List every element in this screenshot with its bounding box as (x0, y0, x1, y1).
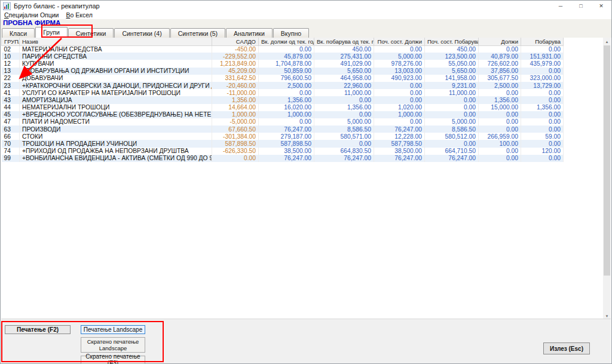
cell-saldo: 587,898.50 (212, 140, 259, 147)
minimize-button[interactable]: ─ (550, 1, 571, 11)
cell-value: 0.00 (521, 68, 564, 75)
table-body: 02МАТЕРИЈАЛНИ СРЕДСТВА-450.000.00450.000… (2, 45, 564, 162)
table-row[interactable]: 02МАТЕРИЈАЛНИ СРЕДСТВА-450.000.00450.000… (2, 45, 564, 53)
cell-value: 0.00 (314, 96, 374, 103)
vertical-scrollbar[interactable]: ▲ ▼ (603, 38, 611, 320)
menu-to-excel[interactable]: Во Ексел (62, 11, 96, 19)
cell-value: 45,879.00 (259, 53, 314, 60)
print-f2-button[interactable]: Печатење (F2) (5, 325, 71, 334)
column-header-name[interactable]: Назив (20, 38, 212, 45)
cell-group: 41 (2, 89, 20, 96)
column-header-total-credit[interactable]: Вк. побарува од тек. год. (314, 38, 374, 45)
table-row[interactable]: 22ДОБАВУВАЧИ331,642.50796,600.50464,958.… (2, 75, 564, 82)
cell-name: УСЛУГИ СО КАРАКТЕР НА МАТЕРИЈАЛНИ ТРОШОЦ… (20, 89, 212, 96)
short-print-landscape-button[interactable]: Скратено печатење Landscape (81, 337, 145, 353)
cell-group: 13 (2, 68, 20, 75)
cell-saldo: 14,664.00 (212, 104, 259, 111)
column-header-initial-credit[interactable]: Поч. сост. Побарува (425, 38, 479, 45)
table-row[interactable]: 45+ВРЕДНОСНО УСОГЛАСУВАЊЕ (ОБЕЗВРЕДНУВАЊ… (2, 111, 564, 118)
cell-saldo: 67,660.50 (212, 126, 259, 133)
cell-value: 0.00 (479, 126, 521, 133)
app-icon (3, 2, 11, 10)
cell-value: 978,276.00 (374, 60, 425, 67)
cell-value: 464,958.00 (314, 75, 374, 82)
tab-sintetiki-5[interactable]: Синтетики (5) (170, 28, 225, 38)
cell-value: 0.00 (479, 148, 521, 155)
cell-value: 151,931.00 (521, 53, 564, 60)
cell-group: 66 (2, 133, 20, 140)
cell-value: 1,356.00 (259, 96, 314, 103)
table-row[interactable]: 74+ПРИХОДИ ОД ПРОДАЖБА НА НЕПОВРЗАНИ ДРУ… (2, 148, 564, 155)
cell-value: 0.00 (425, 140, 479, 147)
window-controls: ─ □ ✕ (550, 1, 611, 11)
cell-value: 0.00 (425, 96, 479, 103)
cell-saldo: -301,384.00 (212, 133, 259, 140)
tab-analitiki[interactable]: Аналитики (226, 28, 273, 38)
table-row[interactable]: 10ПАРИЧНИ СРЕДСТВА-229,552.0045,879.0027… (2, 53, 564, 60)
print-landscape-button[interactable]: Печатење Landscape (81, 325, 145, 334)
column-header-total-debit[interactable]: Вк. должи од тек. год. (259, 38, 314, 45)
cell-value: 38,500.00 (259, 148, 314, 155)
maximize-button[interactable]: □ (571, 1, 591, 11)
column-header-initial-debit[interactable]: Поч. сост. Должи (374, 38, 425, 45)
cell-value: 305,677.50 (479, 75, 521, 82)
menu-bar: Специјални Опции Во Ексел (1, 11, 611, 19)
tab-klasi[interactable]: Класи (2, 28, 35, 38)
scroll-up-icon[interactable]: ▲ (603, 38, 611, 45)
cell-saldo: 1,356.00 (212, 96, 259, 103)
cell-value: 0.00 (374, 45, 425, 53)
tab-sintetiki-4[interactable]: Синтетики (4) (114, 28, 169, 38)
tab-sintetiki[interactable]: Синтетики (68, 28, 114, 38)
cell-saldo: 0.00 (212, 155, 259, 162)
table-row[interactable]: 99+ВОНБИЛАНСНА ЕВИДЕНЦИЈА - АКТИВА (СМЕТ… (2, 155, 564, 162)
column-header-saldo[interactable]: САЛДО (212, 38, 259, 45)
table-row[interactable]: 43АМОРТИЗАЦИЈА1,356.001,356.000.000.000.… (2, 96, 564, 103)
cell-value: 1,020.00 (374, 104, 425, 111)
cell-value: 22,960.00 (314, 82, 374, 89)
column-header-debit[interactable]: Должи (479, 38, 521, 45)
cell-value: 5,000.00 (425, 118, 479, 126)
table-row[interactable]: 63ПРОИЗВОДИ67,660.5076,247.008,586.5076,… (2, 126, 564, 133)
close-button[interactable]: ✕ (591, 1, 611, 11)
cell-value: 120.00 (521, 148, 564, 155)
cell-value: 279,187.00 (259, 133, 314, 140)
table-row[interactable]: 13+ПОБАРУВАЊА ОД ДРЖАВНИ ОРГАНИ И ИНСТИТ… (2, 68, 564, 75)
minimize-icon: ─ (559, 3, 562, 9)
short-print-f3-button[interactable]: Скратено печатење (F3) (81, 356, 145, 364)
cell-value: 0.00 (479, 45, 521, 53)
menu-special-options[interactable]: Специјални Опции (1, 11, 62, 19)
cell-name: ПРОИЗВОДИ (20, 126, 212, 133)
bottom-bar: Печатење (F2) Печатење Landscape Скратен… (1, 319, 611, 363)
table-row[interactable]: 44НЕМАТЕРИЈАЛНИ ТРОШОЦИ14,664.0016,020.0… (2, 104, 564, 111)
cell-value: 11,000.00 (425, 89, 479, 96)
cell-value: 0.00 (521, 111, 564, 118)
table-row[interactable]: 70ТРОШОЦИ НА ПРОДАДЕНИ УЧИНОЦИ587,898.50… (2, 140, 564, 147)
column-header-group[interactable]: ГРУПА (2, 38, 20, 45)
cell-group: 47 (2, 118, 20, 126)
scrollbar-thumb[interactable] (604, 45, 610, 276)
cell-value: 8,586.50 (425, 126, 479, 133)
title-bar: Бруто биланс - рекапитулар ─ □ ✕ (1, 1, 611, 11)
column-header-credit[interactable]: Побарува (521, 38, 564, 45)
cell-value: 0.00 (521, 45, 564, 53)
exit-button[interactable]: Излез (Esc) (543, 342, 590, 354)
cell-name: +ПОБАРУВАЊА ОД ДРЖАВНИ ОРГАНИ И ИНСТИТУЦ… (20, 68, 212, 75)
cell-value: 450.00 (425, 45, 479, 53)
window-title: Бруто биланс - рекапитулар (14, 2, 100, 10)
cell-group: 45 (2, 111, 20, 118)
cell-value: 1,356.00 (479, 96, 521, 103)
table-row[interactable]: 66СТОКИ-301,384.00279,187.00580,571.0012… (2, 133, 564, 140)
table-row[interactable]: 47ПЛАТИ И НАДОМЕСТИ-5,000.000.005,000.00… (2, 118, 564, 126)
cell-value: 796,600.50 (259, 75, 314, 82)
cell-name: +ПРИХОДИ ОД ПРОДАЖБА НА НЕПОВРЗАНИ ДРУШТ… (20, 148, 212, 155)
tab-grupi[interactable]: Групи (35, 27, 68, 38)
table-row[interactable]: 23+КРАТКОРОЧНИ ОБВРСКИ ЗА ДАНОЦИ, ПРИДОН… (2, 82, 564, 89)
table-row[interactable]: 41УСЛУГИ СО КАРАКТЕР НА МАТЕРИЈАЛНИ ТРОШ… (2, 89, 564, 96)
cell-value: 37,856.00 (479, 68, 521, 75)
cell-value: 1,356.00 (521, 104, 564, 111)
cell-value: 275,431.00 (314, 53, 374, 60)
cell-value: 0.00 (521, 118, 564, 126)
table-row[interactable]: 12КУПУВАЧИ1,213,849.001,704,878.00491,02… (2, 60, 564, 67)
cell-name: ПАРИЧНИ СРЕДСТВА (20, 53, 212, 60)
tab-vkupno[interactable]: Вкупно (273, 28, 309, 38)
